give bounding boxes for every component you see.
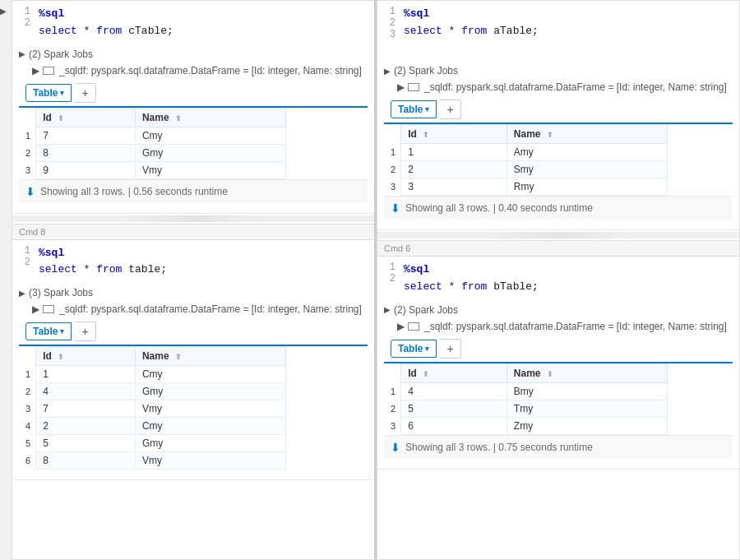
data-table-btable: Id ⬆ Name ⬆ 1 4 Bmy 2 5 Tmy	[384, 363, 733, 435]
table-row: 1 4 Bmy	[384, 382, 733, 400]
table-header-row-atable: Id ⬆ Name ⬆	[384, 125, 733, 144]
table-header-row-ctable: Id ⬆ Name ⬆	[19, 108, 368, 127]
add-view-button-ctable[interactable]: +	[75, 83, 95, 103]
df-icon-btable	[408, 322, 419, 331]
table-row: 3 7 Vmy	[19, 400, 368, 418]
col-header-name-table: Name ⬆	[135, 347, 285, 366]
col-header-id-btable: Id ⬆	[401, 363, 507, 382]
line-numbers-table: 1 2	[12, 245, 39, 280]
table-row: 6 8 Vmy	[19, 452, 368, 470]
table-row: 1 1 Amy	[384, 144, 733, 161]
table-row: 1 1 Cmy	[19, 366, 368, 383]
footer-atable: ⬇ Showing all 3 rows. | 0.40 seconds run…	[384, 196, 733, 220]
table-row: 2 8 Gmy	[19, 144, 368, 161]
left-panel: 1 2 %sql select * from cTable; ▶ (2) Spa…	[12, 0, 377, 560]
download-icon-atable[interactable]: ⬇	[391, 201, 400, 215]
table-toolbar-table: Table ▾ +	[19, 318, 368, 346]
footer-btable: ⬇ Showing all 3 rows. | 0.75 seconds run…	[384, 435, 733, 459]
table-button-btable[interactable]: Table ▾	[391, 340, 437, 358]
code-ctable: %sql select * from cTable;	[39, 6, 368, 40]
table-chevron-ctable: ▾	[60, 89, 64, 97]
table-button-table[interactable]: Table ▾	[25, 322, 72, 340]
table-button-ctable[interactable]: Table ▾	[25, 84, 72, 102]
table-header-row-table: Id ⬆ Name ⬆	[19, 347, 368, 366]
right-panel: 1 2 3 %sql select * from aTable; ▶ (2) S…	[377, 0, 740, 560]
panel-arrow-icon[interactable]: ▶	[0, 7, 7, 16]
cell-table: 1 2 %sql select * from table; ▶ (3) Spar…	[12, 240, 374, 481]
col-header-name-ctable: Name ⬆	[135, 108, 285, 127]
code-area-table: 1 2 %sql select * from table;	[12, 240, 374, 285]
table-section-atable: Table ▾ + Id ⬆ Name ⬆ 1 1	[384, 96, 733, 223]
table-chevron-atable: ▾	[425, 105, 429, 113]
line-numbers-btable: 1 2	[377, 261, 404, 296]
table-section-btable: Table ▾ + Id ⬆ Name ⬆ 1 4	[384, 336, 733, 462]
table-toolbar-atable: Table ▾ +	[384, 96, 733, 124]
cell-ctable: 1 2 %sql select * from cTable; ▶ (2) Spa…	[12, 1, 374, 214]
code-area-atable: 1 2 3 %sql select * from aTable;	[377, 1, 739, 62]
table-row: 3 3 Rmy	[384, 178, 733, 196]
spark-jobs-ctable[interactable]: ▶ (2) Spark Jobs	[12, 45, 374, 63]
table-row: 3 9 Vmy	[19, 161, 368, 178]
spark-jobs-arrow-ctable: ▶	[19, 49, 25, 58]
table-row: 2 4 Gmy	[19, 383, 368, 400]
data-table-ctable: Id ⬆ Name ⬆ 1 7 Cmy 2 8 Gmy	[19, 108, 368, 179]
col-header-id-table: Id ⬆	[36, 347, 136, 366]
code-table: %sql select * from table;	[39, 245, 368, 280]
spark-jobs-arrow-table: ▶	[19, 289, 25, 298]
code-atable: %sql select * from aTable;	[404, 6, 733, 57]
col-header-id-atable: Id ⬆	[401, 125, 507, 144]
line-numbers-ctable: 1 2	[12, 6, 39, 40]
col-header-name-atable: Name ⬆	[506, 125, 667, 144]
df-line-table: ▶ _sqldf: pyspark.sql.dataframe.DataFram…	[12, 302, 374, 318]
cell-btable: 1 2 %sql select * from bTable; ▶ (2) Spa…	[377, 257, 739, 470]
add-view-button-btable[interactable]: +	[440, 339, 460, 359]
download-icon-btable[interactable]: ⬇	[391, 441, 400, 454]
table-section-ctable: Table ▾ + Id ⬆ Name ⬆ 1 7	[19, 80, 368, 206]
table-chevron-btable: ▾	[425, 345, 429, 353]
code-area-ctable: 1 2 %sql select * from cTable;	[12, 1, 374, 45]
spark-jobs-atable[interactable]: ▶ (2) Spark Jobs	[377, 62, 739, 80]
table-row: 4 2 Cmy	[19, 418, 368, 435]
download-icon-ctable[interactable]: ⬇	[25, 185, 35, 198]
table-header-row-btable: Id ⬆ Name ⬆	[384, 363, 733, 382]
table-row: 2 2 Smy	[384, 161, 733, 178]
col-header-id-ctable: Id ⬆	[36, 108, 136, 127]
df-icon-ctable	[43, 67, 54, 75]
table-row: 2 5 Tmy	[384, 400, 733, 417]
col-header-name-btable: Name ⬆	[506, 363, 667, 382]
add-view-button-table[interactable]: +	[75, 322, 95, 341]
code-area-btable: 1 2 %sql select * from bTable;	[377, 257, 739, 301]
spark-jobs-table[interactable]: ▶ (3) Spark Jobs	[12, 284, 374, 302]
table-row: 5 5 Gmy	[19, 435, 368, 452]
cmd-label-6: Cmd 6	[377, 240, 739, 257]
table-section-table: Table ▾ + Id ⬆ Name ⬆ 1 1	[19, 318, 368, 473]
scrollbar-left-mid[interactable]	[12, 215, 374, 222]
data-table-atable: Id ⬆ Name ⬆ 1 1 Amy 2 2 Smy	[384, 124, 733, 196]
footer-ctable: ⬇ Showing all 3 rows. | 0.56 seconds run…	[19, 179, 368, 203]
df-icon-atable	[408, 83, 419, 91]
table-toolbar-ctable: Table ▾ +	[19, 80, 368, 108]
df-line-btable: ▶ _sqldf: pyspark.sql.dataframe.DataFram…	[377, 319, 739, 336]
df-icon-table	[43, 305, 54, 313]
spark-jobs-arrow-atable: ▶	[384, 67, 391, 76]
cmd-label-8: Cmd 8	[12, 224, 374, 240]
df-line-atable: ▶ _sqldf: pyspark.sql.dataframe.DataFram…	[377, 80, 739, 96]
add-view-button-atable[interactable]: +	[440, 100, 460, 119]
line-numbers-atable: 1 2 3	[377, 6, 404, 57]
cell-atable: 1 2 3 %sql select * from aTable; ▶ (2) S…	[377, 1, 739, 230]
table-row: 3 6 Zmy	[384, 417, 733, 434]
code-btable: %sql select * from bTable;	[404, 261, 733, 296]
table-chevron-table: ▾	[60, 327, 64, 336]
table-row: 1 7 Cmy	[19, 127, 368, 144]
spark-jobs-btable[interactable]: ▶ (2) Spark Jobs	[377, 301, 739, 319]
data-table-table: Id ⬆ Name ⬆ 1 1 Cmy 2 4 Gmy	[19, 346, 368, 470]
table-button-atable[interactable]: Table ▾	[391, 100, 437, 118]
spark-jobs-arrow-btable: ▶	[384, 305, 391, 314]
table-toolbar-btable: Table ▾ +	[384, 336, 733, 363]
scrollbar-right-mid[interactable]	[377, 232, 739, 238]
df-line-ctable: ▶ _sqldf: pyspark.sql.dataframe.DataFram…	[12, 63, 374, 80]
